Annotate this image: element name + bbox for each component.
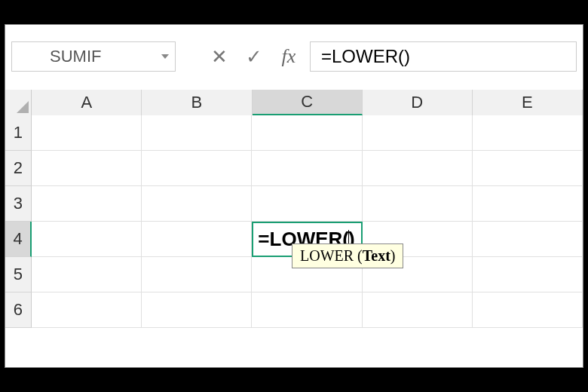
function-tooltip: LOWER (Text) (292, 243, 403, 268)
cell-d1[interactable] (363, 115, 473, 151)
cell-e4[interactable] (473, 222, 583, 257)
name-box[interactable]: SUMIF (11, 41, 176, 72)
cell-c1[interactable] (252, 115, 362, 151)
select-all-corner[interactable] (5, 90, 32, 115)
row-header-3[interactable]: 3 (5, 186, 32, 222)
cell-b2[interactable] (142, 151, 252, 186)
row-header-2[interactable]: 2 (5, 151, 32, 186)
grid: ABCDE 1234=LOWER()56 (5, 90, 583, 369)
row: 6 (5, 292, 583, 328)
cell-b3[interactable] (142, 186, 252, 222)
tooltip-open: ( (354, 247, 363, 264)
tooltip-fn: LOWER (300, 247, 354, 264)
cell-b4[interactable] (142, 222, 252, 257)
row: 1 (5, 115, 583, 151)
name-box-value: SUMIF (50, 47, 101, 66)
cell-c3[interactable] (252, 186, 362, 222)
row: 2 (5, 151, 583, 186)
cell-d6[interactable] (363, 292, 473, 328)
tooltip-arg: Text (363, 247, 390, 264)
cell-e3[interactable] (473, 186, 583, 222)
cell-a5[interactable] (32, 257, 142, 292)
cell-b6[interactable] (142, 292, 252, 328)
cell-a2[interactable] (32, 151, 142, 186)
cell-a6[interactable] (32, 292, 142, 328)
cell-e6[interactable] (473, 292, 583, 328)
cancel-button[interactable]: ✕ (209, 45, 230, 69)
col-header-a[interactable]: A (32, 90, 142, 115)
spreadsheet-window: SUMIF ✕ ✓ fx =LOWER() ABCDE 1234=LOWER()… (5, 24, 583, 368)
column-headers: ABCDE (5, 90, 583, 115)
cell-a4[interactable] (32, 222, 142, 257)
formula-bar-buttons: ✕ ✓ fx (209, 45, 299, 69)
row-header-4[interactable]: 4 (5, 222, 32, 257)
row-header-1[interactable]: 1 (5, 115, 32, 151)
row: 3 (5, 186, 583, 222)
formula-input[interactable]: =LOWER() (310, 41, 577, 72)
cell-a3[interactable] (32, 186, 142, 222)
chevron-down-icon[interactable] (161, 54, 169, 59)
cell-c2[interactable] (252, 151, 362, 186)
cell-e2[interactable] (473, 151, 583, 186)
insert-function-button[interactable]: fx (278, 45, 299, 68)
cell-d2[interactable] (363, 151, 473, 186)
cell-a1[interactable] (32, 115, 142, 151)
col-header-d[interactable]: D (363, 90, 473, 115)
tooltip-close: ) (390, 247, 396, 264)
formula-input-value: =LOWER() (321, 46, 410, 67)
formula-bar: SUMIF ✕ ✓ fx =LOWER() (5, 37, 583, 76)
cell-e5[interactable] (473, 257, 583, 292)
cell-d3[interactable] (363, 186, 473, 222)
cell-b5[interactable] (142, 257, 252, 292)
cell-b1[interactable] (142, 115, 252, 151)
cell-c6[interactable] (252, 292, 362, 328)
col-header-b[interactable]: B (142, 90, 252, 115)
row-header-6[interactable]: 6 (5, 292, 32, 328)
cell-e1[interactable] (473, 115, 583, 151)
enter-button[interactable]: ✓ (243, 45, 265, 69)
col-header-e[interactable]: E (473, 90, 583, 115)
row-header-5[interactable]: 5 (5, 257, 32, 292)
col-header-c[interactable]: C (253, 90, 363, 115)
